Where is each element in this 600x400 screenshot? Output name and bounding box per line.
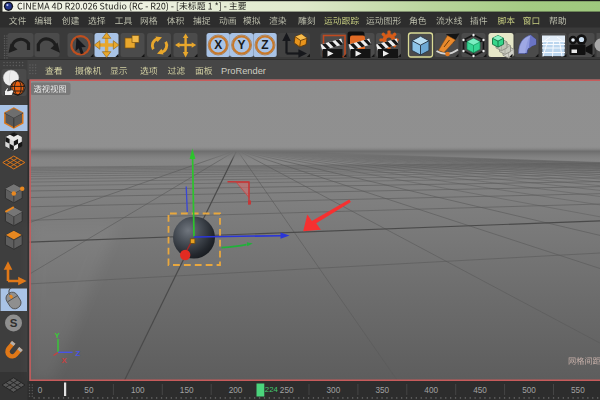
svg-text:Z: Z <box>76 349 81 358</box>
svg-text:0: 0 <box>38 386 43 395</box>
svg-text:Y: Y <box>238 38 246 52</box>
svg-text:350: 350 <box>375 386 389 395</box>
svg-text:400: 400 <box>424 386 438 395</box>
svg-text:S: S <box>10 317 18 329</box>
svg-text:550: 550 <box>571 386 585 395</box>
svg-text:150: 150 <box>180 386 194 395</box>
svg-text:450: 450 <box>473 386 487 395</box>
svg-text:200: 200 <box>229 386 243 395</box>
svg-text:500: 500 <box>522 386 536 395</box>
svg-text:ProRender: ProRender <box>221 66 266 76</box>
svg-text:224: 224 <box>265 385 279 394</box>
svg-text:Z: Z <box>261 38 268 52</box>
svg-text:250: 250 <box>280 386 294 395</box>
svg-text:X: X <box>62 356 68 365</box>
svg-text:300: 300 <box>327 386 341 395</box>
svg-text:Y: Y <box>55 331 61 340</box>
svg-text:X: X <box>214 38 222 52</box>
svg-text:100: 100 <box>131 386 145 395</box>
svg-text:50: 50 <box>84 386 94 395</box>
